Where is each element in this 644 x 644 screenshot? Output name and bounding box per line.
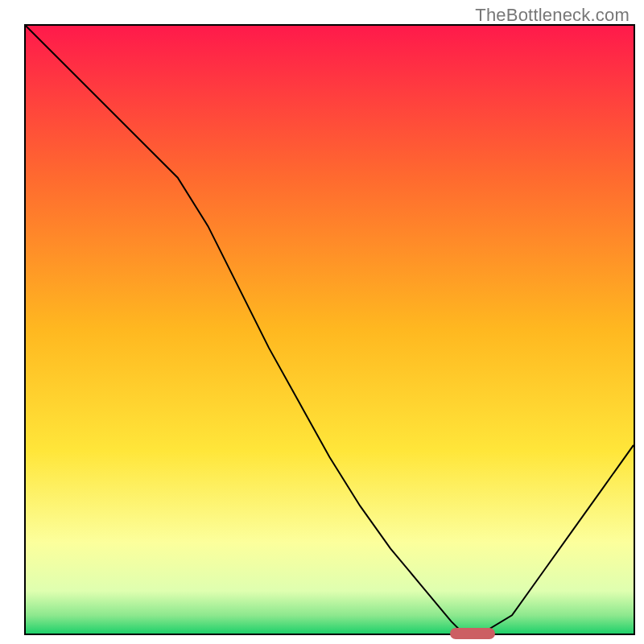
- chart-click-area[interactable]: [26, 26, 634, 634]
- plot-area[interactable]: [24, 24, 635, 635]
- watermark-label: TheBottleneck.com: [475, 5, 630, 26]
- bottleneck-chart: TheBottleneck.com: [0, 0, 644, 644]
